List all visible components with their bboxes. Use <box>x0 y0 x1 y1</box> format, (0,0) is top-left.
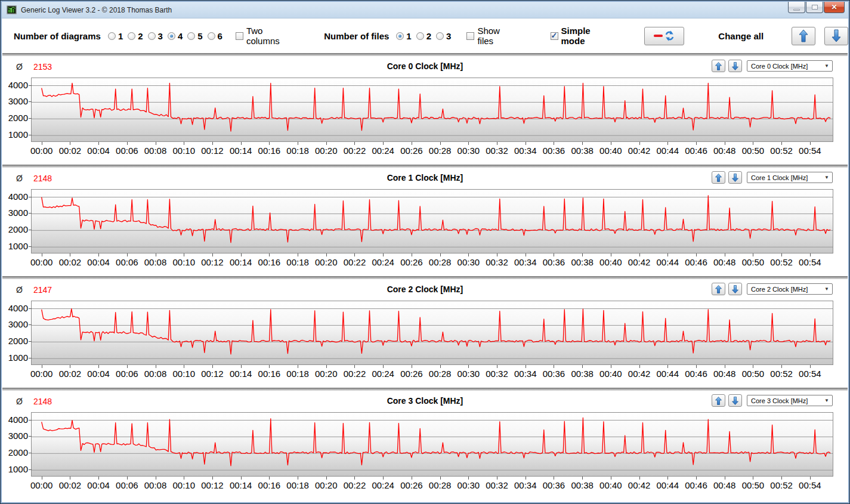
x-axis-tick-mark <box>412 253 412 256</box>
move-channel-up-button[interactable] <box>712 60 725 72</box>
x-axis-tick-label: 00:34 <box>514 257 537 267</box>
x-axis-tick-label: 00:40 <box>599 257 622 267</box>
change-all-down-button[interactable] <box>824 27 848 45</box>
x-axis-tick-mark <box>753 142 753 145</box>
x-axis-tick-mark <box>696 477 697 480</box>
diagrams-radio-3[interactable]: 3 <box>148 31 163 41</box>
y-axis-tick-label: 2000 <box>2 447 28 457</box>
simple-mode-checkbox[interactable]: Simple mode <box>551 26 617 46</box>
x-axis-tick-label: 00:24 <box>372 369 394 379</box>
x-axis-tick-label: 00:12 <box>201 257 224 267</box>
channel-select-value: Core 1 Clock [MHz] <box>747 174 824 181</box>
x-axis-tick-mark <box>468 253 469 256</box>
x-axis-tick-mark <box>582 142 583 145</box>
down-arrow-icon <box>832 29 841 42</box>
move-channel-up-button[interactable] <box>712 394 725 407</box>
diagrams-radio-5[interactable]: 5 <box>187 31 202 41</box>
x-axis-tick-label: 00:00 <box>30 480 53 490</box>
x-axis-tick-label: 00:04 <box>87 480 110 490</box>
x-axis-tick-mark <box>127 142 128 145</box>
x-axis-tick-mark <box>810 477 811 480</box>
x-axis-tick-label: 00:10 <box>172 480 195 490</box>
x-axis-tick-label: 00:36 <box>543 369 565 379</box>
x-axis-tick-mark <box>497 365 497 368</box>
close-icon: ✕ <box>831 3 837 11</box>
diagrams-radio-6[interactable]: 6 <box>208 31 222 41</box>
up-arrow-icon <box>715 174 722 182</box>
files-radio-3[interactable]: 3 <box>436 31 451 41</box>
minimize-button[interactable] <box>788 2 805 13</box>
chart-plot[interactable] <box>31 412 833 477</box>
x-axis-tick-mark <box>639 253 640 256</box>
maximize-button[interactable] <box>806 2 823 13</box>
two-columns-checkbox[interactable]: Two columns <box>236 26 298 46</box>
x-axis-tick-label: 00:40 <box>599 146 622 156</box>
diagrams-radio-2[interactable]: 2 <box>128 31 143 41</box>
chart-plot[interactable] <box>31 189 833 253</box>
chart-plot[interactable] <box>31 78 833 142</box>
data-series-line <box>42 309 831 354</box>
x-axis-tick-label: 00:08 <box>144 369 167 379</box>
y-axis-tick-label: 2000 <box>2 224 28 234</box>
x-axis-tick-label: 00:34 <box>514 146 537 156</box>
x-axis-tick-label: 00:10 <box>172 146 195 156</box>
x-axis-tick-mark <box>354 365 355 368</box>
move-channel-down-button[interactable] <box>728 283 742 295</box>
channel-select-dropdown[interactable]: Core 0 Clock [MHz] ▼ <box>747 60 833 72</box>
files-radio-1[interactable]: 1 <box>396 31 411 41</box>
channel-select-dropdown[interactable]: Core 3 Clock [MHz] ▼ <box>747 395 833 406</box>
diagrams-radio-group: 123456 <box>108 31 227 41</box>
x-axis-tick-label: 00:04 <box>87 257 110 267</box>
x-axis-tick-mark <box>42 477 42 480</box>
move-channel-down-button[interactable] <box>728 394 742 407</box>
x-axis-tick-mark <box>412 142 412 145</box>
change-all-up-button[interactable] <box>792 27 815 45</box>
x-axis-tick-label: 00:18 <box>286 480 309 490</box>
channel-select-dropdown[interactable]: Core 2 Clock [MHz] ▼ <box>747 283 833 295</box>
x-axis-tick-label: 00:18 <box>286 369 309 379</box>
title-bar[interactable]: Generic Log Viewer 3.2 - © 2018 Thomas B… <box>2 2 848 18</box>
number-of-files-label: Number of files <box>324 31 389 41</box>
show-files-checkbox[interactable]: Show files <box>466 26 518 46</box>
x-axis-tick-label: 00:22 <box>344 369 366 379</box>
dropdown-arrow-icon: ▼ <box>824 286 832 292</box>
x-axis-tick-label: 00:52 <box>770 257 793 267</box>
x-axis-tick-mark <box>781 142 782 145</box>
move-channel-down-button[interactable] <box>728 171 742 184</box>
close-button[interactable]: ✕ <box>824 2 845 13</box>
diagrams-radio-label: 6 <box>218 31 222 41</box>
move-channel-up-button[interactable] <box>712 171 725 184</box>
x-axis-tick-mark <box>383 477 384 480</box>
x-axis-tick-label: 00:26 <box>400 257 423 267</box>
channel-select-dropdown[interactable]: Core 1 Clock [MHz] ▼ <box>747 172 833 183</box>
chart-plot[interactable] <box>31 301 833 365</box>
y-axis-tick-label: 3000 <box>2 431 28 441</box>
x-axis-tick-mark <box>554 253 554 256</box>
x-axis-tick-mark <box>667 142 668 145</box>
red-line-refresh-icon <box>653 30 675 42</box>
diagrams-radio-4[interactable]: 4 <box>168 31 183 41</box>
diagrams-radio-dot-4 <box>168 32 175 40</box>
x-axis-tick-label: 00:26 <box>400 369 423 379</box>
files-radio-group: 123 <box>396 31 456 41</box>
y-axis-tick-mark <box>29 135 32 135</box>
reset-zoom-button[interactable] <box>644 27 685 45</box>
y-axis-tick-mark <box>29 118 32 119</box>
y-axis-tick-label: 4000 <box>2 303 28 313</box>
x-axis-tick-mark <box>526 142 526 145</box>
diagrams-radio-dot-5 <box>187 32 195 40</box>
x-axis-tick-mark <box>98 365 99 368</box>
move-channel-up-button[interactable] <box>712 283 725 295</box>
files-radio-dot-1 <box>396 32 404 40</box>
x-axis-tick-mark <box>156 142 156 145</box>
x-axis-tick-label: 00:06 <box>116 369 138 379</box>
files-radio-2[interactable]: 2 <box>416 31 431 41</box>
y-axis-tick-mark <box>29 213 32 214</box>
diagrams-radio-dot-2 <box>128 32 135 40</box>
x-axis-tick-mark <box>298 365 298 368</box>
diagrams-radio-1[interactable]: 1 <box>108 31 123 41</box>
y-axis-tick-label: 2000 <box>2 336 28 346</box>
window-controls: ✕ <box>787 2 845 13</box>
y-axis-tick-mark <box>29 324 32 325</box>
move-channel-down-button[interactable] <box>728 60 742 72</box>
